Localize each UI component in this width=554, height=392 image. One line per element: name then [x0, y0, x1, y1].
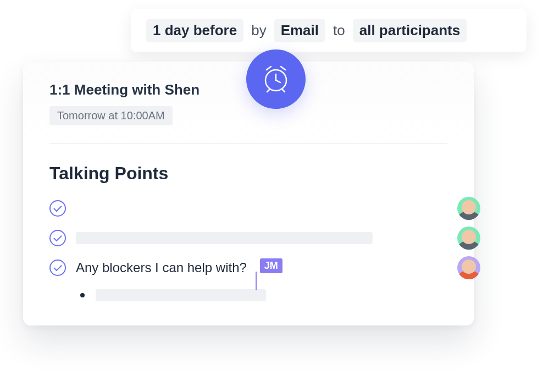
talking-point-item[interactable]	[49, 230, 447, 246]
check-circle-icon[interactable]	[49, 200, 66, 217]
divider	[49, 143, 447, 143]
user-cursor-tag: JM	[260, 258, 282, 273]
avatar[interactable]	[457, 256, 480, 279]
reminder-time-chip[interactable]: 1 day before	[146, 19, 243, 42]
meeting-card: 1:1 Meeting with Shen Tomorrow at 10:00A…	[23, 62, 474, 325]
svg-line-3	[267, 90, 269, 92]
cursor-indicator	[256, 272, 257, 290]
reminder-to-text: to	[333, 22, 345, 39]
bullet-icon	[80, 293, 85, 297]
talking-points-list: Any blockers I can help with? JM	[49, 200, 447, 276]
reminder-method-chip[interactable]: Email	[274, 19, 325, 42]
check-circle-icon[interactable]	[49, 230, 66, 246]
avatar[interactable]	[457, 197, 480, 220]
reminder-sentence: 1 day before by Email to all participant…	[131, 9, 527, 52]
talking-point-text: Any blockers I can help with?	[76, 260, 247, 275]
meeting-time-badge: Tomorrow at 10:00AM	[49, 106, 173, 125]
reminder-by-text: by	[251, 22, 266, 39]
placeholder-text	[96, 289, 266, 301]
placeholder-text	[76, 232, 373, 244]
check-circle-icon[interactable]	[49, 260, 66, 276]
alarm-clock-icon	[246, 49, 306, 109]
reminder-recipients-chip[interactable]: all participants	[353, 19, 467, 42]
svg-line-2	[276, 80, 280, 82]
section-title: Talking Points	[49, 163, 447, 184]
sub-bullet-item[interactable]	[80, 289, 447, 301]
talking-point-item[interactable]	[49, 200, 447, 217]
avatar[interactable]	[457, 227, 480, 250]
talking-point-item[interactable]: Any blockers I can help with? JM	[49, 260, 447, 276]
svg-line-4	[282, 90, 285, 92]
